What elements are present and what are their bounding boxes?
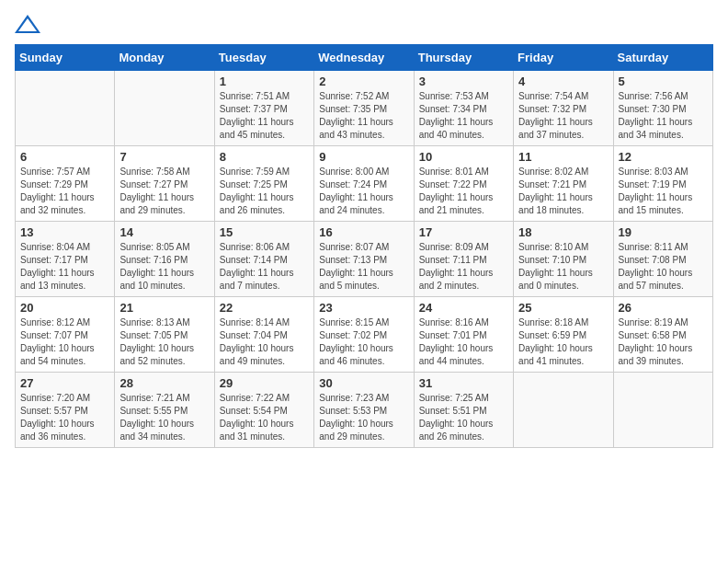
day-number: 3 [419, 75, 508, 88]
day-cell: 22Sunrise: 8:14 AM Sunset: 7:04 PM Dayli… [214, 297, 313, 373]
day-info: Sunrise: 8:13 AM Sunset: 7:05 PM Dayligh… [119, 316, 209, 368]
day-info: Sunrise: 8:11 AM Sunset: 7:08 PM Dayligh… [619, 241, 708, 293]
weekday-header-wednesday: Wednesday [314, 45, 414, 71]
day-number: 16 [319, 225, 408, 239]
day-info: Sunrise: 8:16 AM Sunset: 7:01 PM Dayligh… [419, 316, 508, 368]
day-cell: 19Sunrise: 8:11 AM Sunset: 7:08 PM Dayli… [613, 222, 712, 297]
day-cell: 11Sunrise: 8:02 AM Sunset: 7:21 PM Dayli… [514, 146, 613, 222]
day-cell: 6Sunrise: 7:57 AM Sunset: 7:29 PM Daylig… [16, 146, 115, 222]
day-info: Sunrise: 8:01 AM Sunset: 7:22 PM Dayligh… [419, 166, 508, 217]
day-cell: 1Sunrise: 7:51 AM Sunset: 7:37 PM Daylig… [214, 71, 313, 146]
day-cell: 18Sunrise: 8:10 AM Sunset: 7:10 PM Dayli… [514, 222, 613, 297]
day-number: 20 [20, 301, 109, 315]
day-cell: 25Sunrise: 8:18 AM Sunset: 6:59 PM Dayli… [514, 297, 613, 373]
day-number: 31 [419, 376, 508, 390]
day-cell: 14Sunrise: 8:05 AM Sunset: 7:16 PM Dayli… [115, 222, 214, 297]
day-info: Sunrise: 7:25 AM Sunset: 5:51 PM Dayligh… [419, 392, 508, 443]
day-number: 28 [119, 376, 209, 390]
day-number: 25 [518, 301, 608, 315]
day-info: Sunrise: 7:58 AM Sunset: 7:27 PM Dayligh… [119, 166, 209, 217]
day-number: 18 [518, 225, 608, 239]
day-cell: 30Sunrise: 7:23 AM Sunset: 5:53 PM Dayli… [314, 373, 414, 448]
weekday-header-tuesday: Tuesday [214, 45, 313, 71]
day-cell [115, 71, 214, 146]
day-cell: 20Sunrise: 8:12 AM Sunset: 7:07 PM Dayli… [16, 297, 115, 373]
day-cell: 17Sunrise: 8:09 AM Sunset: 7:11 PM Dayli… [414, 222, 513, 297]
day-number: 10 [419, 150, 508, 164]
day-cell: 12Sunrise: 8:03 AM Sunset: 7:19 PM Dayli… [613, 146, 712, 222]
day-info: Sunrise: 7:59 AM Sunset: 7:25 PM Dayligh… [220, 166, 309, 217]
day-cell: 24Sunrise: 8:16 AM Sunset: 7:01 PM Dayli… [414, 297, 513, 373]
day-info: Sunrise: 8:14 AM Sunset: 7:04 PM Dayligh… [220, 316, 309, 368]
day-info: Sunrise: 8:04 AM Sunset: 7:17 PM Dayligh… [20, 241, 109, 293]
day-number: 7 [119, 150, 209, 164]
day-cell: 26Sunrise: 8:19 AM Sunset: 6:58 PM Dayli… [613, 297, 712, 373]
day-number: 27 [20, 376, 109, 390]
day-cell: 2Sunrise: 7:52 AM Sunset: 7:35 PM Daylig… [314, 71, 414, 146]
day-cell: 7Sunrise: 7:58 AM Sunset: 7:27 PM Daylig… [115, 146, 214, 222]
day-number: 26 [619, 301, 708, 315]
page-header [15, 15, 713, 33]
day-info: Sunrise: 8:07 AM Sunset: 7:13 PM Dayligh… [319, 241, 408, 293]
day-info: Sunrise: 7:51 AM Sunset: 7:37 PM Dayligh… [220, 90, 309, 142]
logo [15, 15, 48, 33]
weekday-header-row: SundayMondayTuesdayWednesdayThursdayFrid… [16, 45, 713, 71]
day-cell: 13Sunrise: 8:04 AM Sunset: 7:17 PM Dayli… [16, 222, 115, 297]
calendar-table: SundayMondayTuesdayWednesdayThursdayFrid… [15, 44, 713, 448]
day-info: Sunrise: 7:22 AM Sunset: 5:54 PM Dayligh… [220, 392, 309, 443]
day-info: Sunrise: 7:53 AM Sunset: 7:34 PM Dayligh… [419, 90, 508, 142]
day-info: Sunrise: 8:18 AM Sunset: 6:59 PM Dayligh… [518, 316, 608, 368]
day-cell: 27Sunrise: 7:20 AM Sunset: 5:57 PM Dayli… [16, 373, 115, 448]
day-number: 21 [119, 301, 209, 315]
day-info: Sunrise: 7:54 AM Sunset: 7:32 PM Dayligh… [518, 90, 608, 142]
day-info: Sunrise: 7:23 AM Sunset: 5:53 PM Dayligh… [319, 392, 408, 443]
day-info: Sunrise: 8:12 AM Sunset: 7:07 PM Dayligh… [20, 316, 109, 368]
day-number: 1 [220, 75, 309, 88]
weekday-header-sunday: Sunday [16, 45, 115, 71]
day-info: Sunrise: 8:19 AM Sunset: 6:58 PM Dayligh… [619, 316, 708, 368]
day-number: 8 [220, 150, 309, 164]
day-cell: 3Sunrise: 7:53 AM Sunset: 7:34 PM Daylig… [414, 71, 513, 146]
day-number: 5 [619, 75, 708, 88]
day-cell: 5Sunrise: 7:56 AM Sunset: 7:30 PM Daylig… [613, 71, 712, 146]
day-number: 6 [20, 150, 109, 164]
day-info: Sunrise: 8:15 AM Sunset: 7:02 PM Dayligh… [319, 316, 408, 368]
day-info: Sunrise: 7:20 AM Sunset: 5:57 PM Dayligh… [20, 392, 109, 443]
day-number: 11 [518, 150, 608, 164]
day-number: 12 [619, 150, 708, 164]
day-cell: 28Sunrise: 7:21 AM Sunset: 5:55 PM Dayli… [115, 373, 214, 448]
week-row-1: 1Sunrise: 7:51 AM Sunset: 7:37 PM Daylig… [16, 71, 713, 146]
logo-icon [15, 15, 40, 33]
day-info: Sunrise: 8:05 AM Sunset: 7:16 PM Dayligh… [119, 241, 209, 293]
day-cell [514, 373, 613, 448]
day-info: Sunrise: 7:57 AM Sunset: 7:29 PM Dayligh… [20, 166, 109, 217]
day-info: Sunrise: 8:03 AM Sunset: 7:19 PM Dayligh… [619, 166, 708, 217]
day-number: 2 [319, 75, 408, 88]
day-number: 29 [220, 376, 309, 390]
day-info: Sunrise: 8:00 AM Sunset: 7:24 PM Dayligh… [319, 166, 408, 217]
day-cell: 9Sunrise: 8:00 AM Sunset: 7:24 PM Daylig… [314, 146, 414, 222]
day-cell: 4Sunrise: 7:54 AM Sunset: 7:32 PM Daylig… [514, 71, 613, 146]
day-cell: 23Sunrise: 8:15 AM Sunset: 7:02 PM Dayli… [314, 297, 414, 373]
day-cell: 29Sunrise: 7:22 AM Sunset: 5:54 PM Dayli… [214, 373, 313, 448]
day-number: 22 [220, 301, 309, 315]
day-info: Sunrise: 7:56 AM Sunset: 7:30 PM Dayligh… [619, 90, 708, 142]
day-info: Sunrise: 8:02 AM Sunset: 7:21 PM Dayligh… [518, 166, 608, 217]
day-number: 9 [319, 150, 408, 164]
week-row-5: 27Sunrise: 7:20 AM Sunset: 5:57 PM Dayli… [16, 373, 713, 448]
weekday-header-friday: Friday [514, 45, 613, 71]
day-number: 4 [518, 75, 608, 88]
week-row-2: 6Sunrise: 7:57 AM Sunset: 7:29 PM Daylig… [16, 146, 713, 222]
day-cell: 15Sunrise: 8:06 AM Sunset: 7:14 PM Dayli… [214, 222, 313, 297]
week-row-4: 20Sunrise: 8:12 AM Sunset: 7:07 PM Dayli… [16, 297, 713, 373]
day-info: Sunrise: 7:21 AM Sunset: 5:55 PM Dayligh… [119, 392, 209, 443]
week-row-3: 13Sunrise: 8:04 AM Sunset: 7:17 PM Dayli… [16, 222, 713, 297]
day-cell: 16Sunrise: 8:07 AM Sunset: 7:13 PM Dayli… [314, 222, 414, 297]
weekday-header-thursday: Thursday [414, 45, 513, 71]
day-info: Sunrise: 8:10 AM Sunset: 7:10 PM Dayligh… [518, 241, 608, 293]
day-info: Sunrise: 8:09 AM Sunset: 7:11 PM Dayligh… [419, 241, 508, 293]
day-number: 17 [419, 225, 508, 239]
day-number: 15 [220, 225, 309, 239]
day-number: 30 [319, 376, 408, 390]
day-number: 23 [319, 301, 408, 315]
